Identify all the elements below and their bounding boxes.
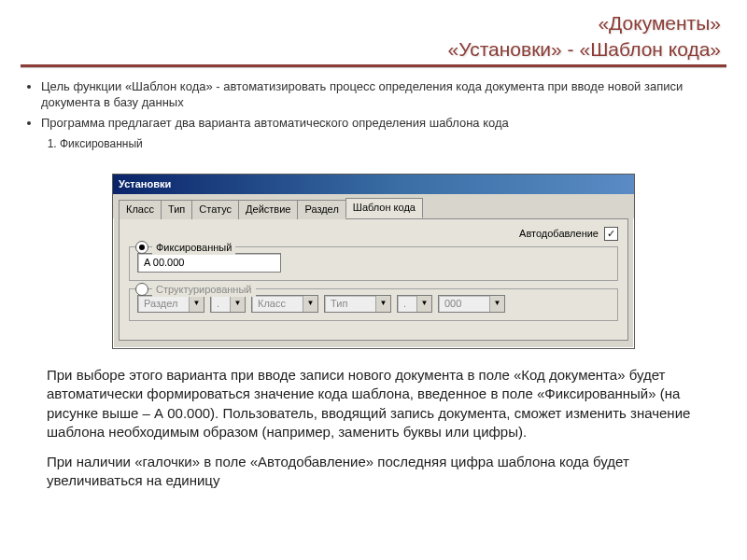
- group-fixed-legend: Фиксированный: [152, 241, 235, 255]
- numbered-item: Фиксированный: [60, 136, 726, 151]
- select-section[interactable]: Раздел ▼: [137, 295, 204, 313]
- auto-add-checkbox[interactable]: ✓: [604, 227, 618, 241]
- tab-code-template[interactable]: Шаблон кода: [345, 198, 423, 218]
- select-class[interactable]: Класс ▼: [251, 295, 318, 313]
- bullet-item: Программа предлагает два варианта автома…: [41, 115, 726, 132]
- chevron-down-icon: ▼: [303, 296, 317, 312]
- chevron-down-icon: ▼: [489, 296, 504, 312]
- header-line-1: «Документы»: [21, 11, 726, 35]
- chevron-down-icon: ▼: [416, 296, 431, 312]
- bullet-item: Цель функции «Шаблон кода» - автоматизир…: [41, 78, 726, 111]
- chevron-down-icon: ▼: [230, 296, 245, 312]
- numbered-list: Фиксированный: [39, 136, 726, 151]
- document-page: «Документы» «Установки» - «Шаблон кода» …: [0, 0, 747, 508]
- tab-class[interactable]: Класс: [119, 200, 162, 219]
- settings-window: Установки Класс Тип Статус Действие Разд…: [112, 174, 635, 349]
- fixed-code-input[interactable]: A 00.000: [137, 253, 281, 273]
- tab-section[interactable]: Раздел: [297, 200, 345, 219]
- tab-panel: Автодобавление ✓ Фиксированный A 00.000 …: [119, 218, 628, 341]
- chevron-down-icon: ▼: [375, 296, 390, 312]
- group-structured: Структурированный Раздел ▼ . ▼ Класс ▼: [129, 288, 618, 321]
- select-sep-1[interactable]: . ▼: [210, 295, 246, 313]
- radio-dot-icon: [139, 245, 145, 250]
- paragraph-2: При наличии «галочки» в поле «Автодобавл…: [47, 453, 700, 491]
- group-structured-legend: Структурированный: [152, 283, 256, 297]
- intro-bullets: Цель функции «Шаблон кода» - автоматизир…: [21, 78, 726, 132]
- auto-add-label: Автодобавление: [519, 227, 599, 241]
- select-number[interactable]: 000 ▼: [438, 295, 505, 313]
- tab-status[interactable]: Статус: [191, 200, 239, 219]
- window-titlebar: Установки: [113, 175, 634, 194]
- select-type[interactable]: Тип ▼: [324, 295, 391, 313]
- select-sep-2[interactable]: . ▼: [397, 295, 432, 313]
- structured-row: Раздел ▼ . ▼ Класс ▼ Тип: [137, 295, 610, 313]
- group-fixed: Фиксированный A 00.000: [129, 246, 618, 281]
- header-divider: [21, 64, 726, 67]
- radio-structured[interactable]: [135, 283, 148, 296]
- screenshot-container: Установки Класс Тип Статус Действие Разд…: [112, 174, 635, 349]
- tab-action[interactable]: Действие: [238, 200, 298, 219]
- check-icon: ✓: [607, 229, 615, 239]
- header-line-2: «Установки» - «Шаблон кода»: [21, 37, 726, 62]
- tab-type[interactable]: Тип: [161, 200, 192, 219]
- chevron-down-icon: ▼: [189, 296, 204, 312]
- radio-fixed[interactable]: [135, 241, 148, 254]
- auto-add-row: Автодобавление ✓: [129, 227, 618, 241]
- tab-bar: Класс Тип Статус Действие Раздел Шаблон …: [113, 194, 634, 218]
- paragraph-1: При выборе этого варианта при вводе запи…: [47, 366, 700, 441]
